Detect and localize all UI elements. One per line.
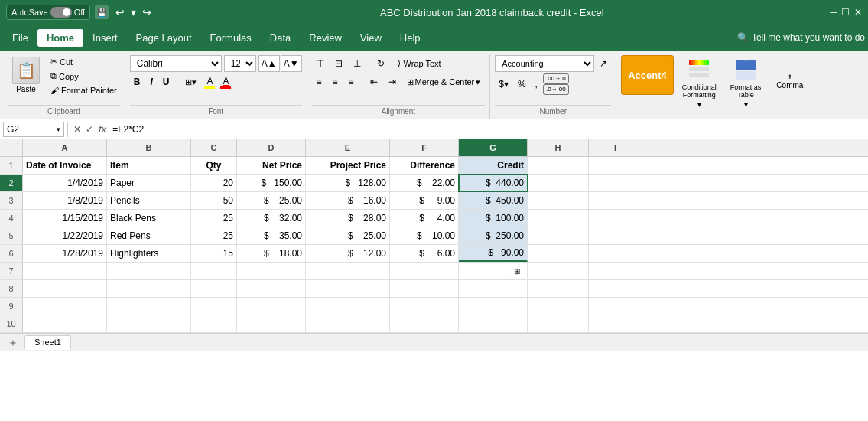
cell-b6[interactable]: Highlighters xyxy=(107,245,191,262)
percent-button[interactable]: % xyxy=(514,76,530,93)
cell-i2[interactable] xyxy=(589,175,642,191)
cell-c7[interactable] xyxy=(191,263,237,279)
sheet-tab-1[interactable]: Sheet1 xyxy=(24,335,71,350)
cell-f10[interactable] xyxy=(390,315,459,332)
cell-c5[interactable]: 25 xyxy=(191,227,237,244)
cell-g5[interactable]: $ 250.00 xyxy=(459,227,528,244)
cell-b8[interactable] xyxy=(107,280,191,297)
text-direction-button[interactable]: ↻ xyxy=(372,55,389,72)
conditional-formatting-button[interactable]: ConditionalFormatting ▾ xyxy=(677,55,722,113)
cell-c3[interactable]: 50 xyxy=(191,192,237,209)
col-header-e[interactable]: E xyxy=(306,139,390,156)
cell-e7[interactable] xyxy=(306,263,390,279)
row-num-6[interactable]: 6 xyxy=(0,245,23,262)
cell-a3[interactable]: 1/8/2019 xyxy=(23,192,107,209)
cell-a9[interactable] xyxy=(23,298,107,315)
align-left-button[interactable]: ≡ xyxy=(312,73,327,90)
align-right-button[interactable]: ≡ xyxy=(344,73,359,90)
cell-g7[interactable]: ⊞ ⊟ xyxy=(459,263,528,279)
maximize-button[interactable]: ☐ xyxy=(841,7,850,18)
formula-confirm-button[interactable]: ✓ xyxy=(83,124,96,135)
row-num-7[interactable]: 7 xyxy=(0,263,23,279)
cell-f5[interactable]: $ 10.00 xyxy=(390,227,459,244)
cell-a7[interactable] xyxy=(23,263,107,279)
menu-review[interactable]: Review xyxy=(300,29,351,47)
col-header-c[interactable]: C xyxy=(191,139,237,156)
menu-help[interactable]: Help xyxy=(391,29,430,47)
row-num-4[interactable]: 4 xyxy=(0,210,23,227)
cell-d5[interactable]: $ 35.00 xyxy=(237,227,306,244)
close-button[interactable]: ✕ xyxy=(854,7,862,18)
font-color-button[interactable]: A xyxy=(219,75,232,90)
cell-c8[interactable] xyxy=(191,280,237,297)
tell-me-bar[interactable]: 🔍 Tell me what you want to do xyxy=(737,32,865,43)
accent4-button[interactable]: Accent4 xyxy=(621,55,674,95)
cell-i10[interactable] xyxy=(589,315,642,332)
insert-function-button[interactable]: fx xyxy=(96,123,109,135)
undo-dropdown-button[interactable]: ▾ xyxy=(128,5,138,20)
indent-increase-button[interactable]: ⇥ xyxy=(384,73,401,90)
cell-e6[interactable]: $ 12.00 xyxy=(306,245,390,262)
accounting-button[interactable]: $▾ xyxy=(495,76,512,93)
row-num-8[interactable]: 8 xyxy=(0,280,23,297)
cut-button[interactable]: ✂ Cut xyxy=(47,55,120,68)
cell-f7[interactable] xyxy=(390,263,459,279)
cell-g3[interactable]: $ 450.00 xyxy=(459,192,528,209)
menu-data[interactable]: Data xyxy=(261,29,300,47)
autosave-toggle[interactable] xyxy=(50,7,72,18)
font-size-select[interactable]: 12 xyxy=(224,55,256,72)
cell-d2[interactable]: $ 150.00 xyxy=(237,175,306,191)
col-header-f[interactable]: F xyxy=(390,139,459,156)
cell-i6[interactable] xyxy=(589,245,642,262)
col-header-h[interactable]: H xyxy=(528,139,589,156)
row-num-9[interactable]: 9 xyxy=(0,298,23,315)
cell-i4[interactable] xyxy=(589,210,642,227)
cell-f3[interactable]: $ 9.00 xyxy=(390,192,459,209)
cell-e4[interactable]: $ 28.00 xyxy=(306,210,390,227)
cell-c1[interactable]: Qty xyxy=(191,157,237,174)
cell-i1[interactable] xyxy=(589,157,642,174)
cell-e8[interactable] xyxy=(306,280,390,297)
cell-i8[interactable] xyxy=(589,280,642,297)
cell-d9[interactable] xyxy=(237,298,306,315)
formula-cancel-button[interactable]: ✕ xyxy=(71,124,83,135)
cell-h10[interactable] xyxy=(528,315,589,332)
formula-input[interactable] xyxy=(109,123,865,135)
bold-button[interactable]: B xyxy=(130,73,145,90)
cell-b10[interactable] xyxy=(107,315,191,332)
add-sheet-button[interactable]: ＋ xyxy=(3,336,23,350)
number-format-select[interactable]: Accounting xyxy=(495,55,594,72)
cell-e3[interactable]: $ 16.00 xyxy=(306,192,390,209)
paste-options-button[interactable]: ⊞ xyxy=(509,263,525,279)
cell-d7[interactable] xyxy=(237,263,306,279)
shrink-font-button[interactable]: A▼ xyxy=(281,55,302,72)
cell-f1[interactable]: Difference xyxy=(390,157,459,174)
menu-home[interactable]: Home xyxy=(37,29,83,47)
cell-f9[interactable] xyxy=(390,298,459,315)
cell-c2[interactable]: 20 xyxy=(191,175,237,191)
wrap-text-button[interactable]: ⤸ Wrap Text xyxy=(391,55,446,72)
fill-color-button[interactable]: A xyxy=(203,75,216,90)
decrease-decimal-button[interactable]: .0→.00 xyxy=(543,84,569,95)
comma-style-button[interactable]: , xyxy=(532,76,541,93)
col-header-i[interactable]: I xyxy=(589,139,642,156)
cell-e5[interactable]: $ 25.00 xyxy=(306,227,390,244)
cell-a8[interactable] xyxy=(23,280,107,297)
cell-b1[interactable]: Item xyxy=(107,157,191,174)
cell-h9[interactable] xyxy=(528,298,589,315)
paste-button[interactable]: 📋 Paste xyxy=(8,55,44,95)
border-button[interactable]: ⊞▾ xyxy=(181,73,200,90)
cell-h8[interactable] xyxy=(528,280,589,297)
cell-b5[interactable]: Red Pens xyxy=(107,227,191,244)
menu-formulas[interactable]: Formulas xyxy=(201,29,261,47)
cell-g4[interactable]: $ 100.00 xyxy=(459,210,528,227)
cell-e10[interactable] xyxy=(306,315,390,332)
cell-h6[interactable] xyxy=(528,245,589,262)
cell-d10[interactable] xyxy=(237,315,306,332)
cell-ref-box[interactable]: G2 ▾ xyxy=(3,122,64,137)
italic-button[interactable]: I xyxy=(146,73,156,90)
col-header-d[interactable]: D xyxy=(237,139,306,156)
align-center-button[interactable]: ≡ xyxy=(328,73,343,90)
col-header-a[interactable]: A xyxy=(23,139,107,156)
cell-f2[interactable]: $ 22.00 xyxy=(390,175,459,191)
